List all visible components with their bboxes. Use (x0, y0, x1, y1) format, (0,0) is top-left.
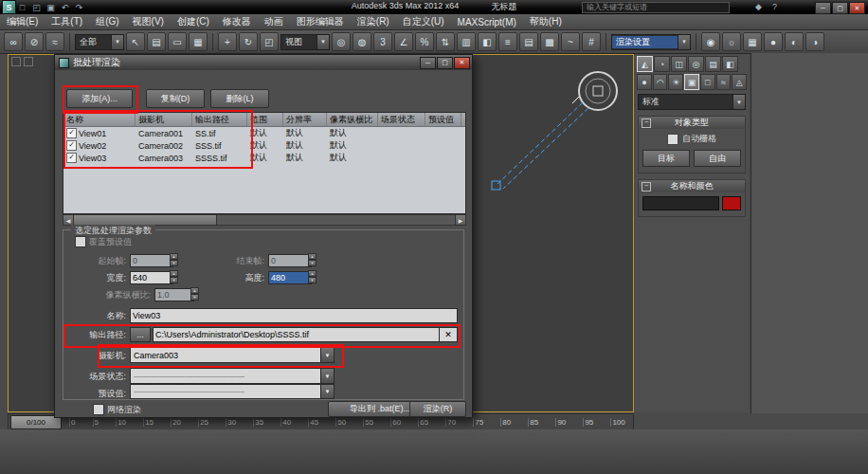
render-iterative-icon[interactable]: ◐ (785, 32, 804, 51)
use-pivot-point-icon[interactable]: ◎ (332, 32, 351, 51)
select-and-link-icon[interactable]: ∞ (4, 32, 23, 51)
open-file-icon[interactable]: ◰ (30, 2, 43, 13)
start-frame-spinner[interactable]: ▲▼ (170, 253, 178, 266)
save-icon[interactable]: ▣ (45, 2, 57, 13)
camera-dropdown[interactable]: Camera003 ▼ (130, 347, 335, 363)
close-button[interactable]: ✕ (849, 2, 865, 14)
rendered-frame-icon[interactable]: ▦ (743, 32, 762, 51)
minimize-button[interactable]: ─ (815, 2, 831, 14)
tab-modify[interactable]: ◔ (654, 56, 670, 72)
chevron-down-icon[interactable]: ▼ (320, 385, 334, 398)
curve-editor-icon[interactable]: ~ (561, 32, 580, 51)
viewport-layout-icon[interactable] (11, 57, 21, 66)
percent-snap-icon[interactable]: % (415, 32, 434, 51)
scene-state-dropdown[interactable]: ————————————— ▼ (130, 368, 335, 384)
new-file-icon[interactable]: □ (16, 2, 28, 13)
menu-item[interactable]: 组(G) (89, 15, 125, 28)
render-button[interactable]: 渲染(R) (409, 401, 466, 417)
render-preset-dropdown[interactable]: 渲染设置 ▼ (611, 34, 691, 50)
unlink-selection-icon[interactable]: ⊘ (25, 32, 44, 51)
coordinate-system-dropdown[interactable]: 视图 ▼ (280, 34, 330, 50)
scroll-right-icon[interactable]: ▶ (455, 215, 465, 225)
tab-hierarchy[interactable]: ◫ (671, 56, 687, 72)
menu-item[interactable]: 编辑(E) (0, 15, 45, 28)
quick-render-icon[interactable]: ◑ (805, 32, 824, 51)
viewport-layout-icon[interactable] (24, 57, 33, 66)
output-path-field[interactable]: C:\Users\Administrator\Desktop\SSSS.tif (153, 327, 441, 342)
dialog-maximize-button[interactable]: ▢ (437, 57, 453, 69)
menu-item[interactable]: 帮助(H) (523, 15, 569, 28)
dialog-close-button[interactable]: ✕ (454, 57, 470, 69)
app-logo[interactable]: S (2, 0, 16, 14)
menu-item[interactable]: 渲染(R) (351, 15, 396, 28)
collapse-icon[interactable]: − (642, 118, 651, 128)
clear-path-button[interactable]: ✕ (439, 327, 458, 342)
tab-utilities[interactable]: ◧ (722, 56, 738, 72)
select-object-icon[interactable]: ↖ (126, 32, 145, 51)
menu-item[interactable]: 动画 (258, 15, 290, 28)
select-and-scale-icon[interactable]: ◰ (260, 32, 279, 51)
name-input[interactable]: View03 (130, 308, 458, 323)
chevron-down-icon[interactable]: ▼ (320, 369, 334, 383)
menu-item[interactable]: 视图(V) (126, 15, 171, 28)
menu-item[interactable]: MAXScript(M) (451, 17, 523, 27)
window-crossing-icon[interactable]: ▦ (189, 32, 208, 51)
column-header[interactable]: 范围 (247, 113, 283, 126)
help-star-icon[interactable]: ◆ (752, 1, 765, 12)
scroll-left-icon[interactable]: ◀ (63, 215, 74, 225)
category-space-warps-icon[interactable]: ≈ (716, 74, 732, 90)
category-geometry-icon[interactable]: ● (637, 74, 652, 90)
menu-item[interactable]: 自定义(U) (396, 15, 451, 28)
row-checkbox[interactable]: ✓ (66, 140, 77, 151)
column-header[interactable]: 摄影机 (136, 113, 192, 126)
material-editor-icon[interactable]: ◉ (701, 32, 720, 51)
end-frame-field[interactable]: 0 (268, 254, 312, 267)
align-icon[interactable]: ≡ (498, 32, 517, 51)
browse-button[interactable]: ... (130, 327, 151, 342)
info-icon[interactable]: ? (769, 1, 781, 12)
autogrid-checkbox[interactable] (667, 134, 678, 145)
category-helpers-icon[interactable]: □ (700, 74, 715, 90)
category-lights-icon[interactable]: ☀ (668, 74, 683, 90)
select-and-move-icon[interactable]: + (218, 32, 237, 51)
free-camera-button[interactable]: 自由 (694, 150, 741, 167)
net-render-checkbox[interactable] (93, 404, 104, 415)
delete-button[interactable]: 删除(L) (210, 89, 269, 108)
table-row[interactable]: ✓View02Camera002SSS.tif默认默认默认 (63, 139, 465, 152)
select-and-manipulate-icon[interactable]: ◍ (353, 32, 371, 51)
end-frame-spinner[interactable]: ▲▼ (308, 253, 316, 266)
menu-item[interactable]: 图形编辑器 (290, 15, 351, 28)
table-row[interactable]: ✓View01Camera001SS.tif默认默认默认 (63, 127, 465, 139)
dialog-minimize-button[interactable]: ─ (420, 57, 436, 69)
width-field[interactable]: 640 (130, 271, 173, 284)
select-and-rotate-icon[interactable]: ↻ (239, 32, 258, 51)
layer-manager-icon[interactable]: ▤ (519, 32, 538, 51)
redo-icon[interactable]: ↷ (73, 2, 85, 13)
collapse-icon[interactable]: − (642, 182, 651, 191)
tab-create[interactable]: ◭ (637, 56, 653, 72)
mirror-icon[interactable]: ◧ (478, 32, 497, 51)
pixel-aspect-spinner[interactable]: ▲▼ (190, 287, 199, 301)
column-header[interactable]: 分辨率 (283, 113, 327, 126)
undo-icon[interactable]: ↶ (59, 2, 71, 13)
chevron-down-icon[interactable]: ▼ (320, 348, 334, 362)
tab-display[interactable]: ▤ (705, 56, 721, 72)
column-header[interactable]: 预设值 (425, 113, 461, 126)
angle-snap-icon[interactable]: ∠ (394, 32, 413, 51)
row-checkbox[interactable]: ✓ (66, 128, 77, 138)
chevron-down-icon[interactable]: ▼ (732, 95, 745, 109)
snap-toggle-icon[interactable]: 3 (373, 32, 392, 51)
override-preset-checkbox[interactable] (75, 236, 86, 247)
column-header[interactable]: 名称 (63, 113, 136, 126)
category-systems-icon[interactable]: ◬ (732, 74, 747, 90)
camera-gizmo-outer[interactable] (579, 72, 617, 110)
chevron-down-icon[interactable]: ▼ (316, 35, 329, 49)
height-spinner[interactable]: ▲▼ (308, 270, 316, 283)
maximize-button[interactable]: ▢ (832, 2, 848, 14)
selection-filter-dropdown[interactable]: 全部 ▼ (75, 34, 124, 50)
width-spinner[interactable]: ▲▼ (170, 270, 178, 283)
render-production-icon[interactable]: ● (764, 32, 783, 51)
menu-item[interactable]: 创建(C) (171, 15, 216, 28)
preset-dropdown[interactable]: ————————————— ▼ (130, 384, 335, 399)
category-cameras-icon[interactable]: ▣ (684, 74, 699, 90)
